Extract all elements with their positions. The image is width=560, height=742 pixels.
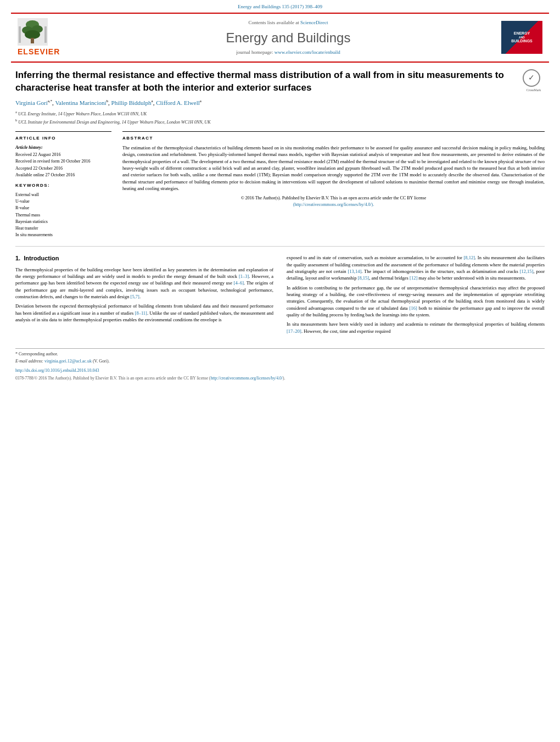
received-revised-date: Received in revised form 20 October 2016 <box>15 158 111 164</box>
body-right-col: exposed to and its state of conservation… <box>287 254 545 337</box>
history-label: Article history: <box>15 144 111 150</box>
article-content: Inferring the thermal resistance and eff… <box>0 63 560 343</box>
body-left-col: 1. Introduction The thermophysical prope… <box>15 254 273 337</box>
keyword-3: R-value <box>15 205 111 211</box>
svg-rect-6 <box>19 26 21 43</box>
affiliation-b: b UCL Institute for Environmental Design… <box>15 118 545 126</box>
accepted-date: Accepted 22 October 2016 <box>15 165 111 171</box>
doi-line: http://dx.doi.org/10.1016/j.enbuild.2016… <box>0 365 560 373</box>
footer-line: 0378-7788/© 2016 The Author(s). Publishe… <box>0 373 560 386</box>
svg-point-4 <box>25 30 40 39</box>
footnote-area: * Corresponding author. E-mail address: … <box>15 348 545 364</box>
svg-rect-5 <box>31 38 34 43</box>
body-section: 1. Introduction The thermophysical prope… <box>15 254 545 337</box>
svg-rect-7 <box>44 26 47 43</box>
intro-para-2: Deviation between the expected thermophy… <box>15 303 273 323</box>
available-online-date: Available online 27 October 2016 <box>15 172 111 178</box>
info-abstract-section: ARTICLE INFO Article history: Received 2… <box>15 131 545 239</box>
intro-para-5: In situ measurements have been widely us… <box>287 321 545 334</box>
author-valentina[interactable]: Valentina Marincioni <box>55 99 106 106</box>
contents-line: Contents lists available at ScienceDirec… <box>83 19 493 26</box>
cc-license-link[interactable]: (http://creativecommons.org/licenses/by/… <box>293 202 374 207</box>
keyword-1: External wall <box>15 192 111 198</box>
keyword-4: Thermal mass <box>15 212 111 218</box>
footnote-text: * Corresponding author. E-mail address: … <box>15 351 545 364</box>
elsevier-logo: ELSEVIER <box>18 18 83 58</box>
author-clifford[interactable]: Clifford A. Elwell <box>156 99 200 106</box>
intro-left-text: The thermophysical properties of the bui… <box>15 266 273 323</box>
journal-homepage-link[interactable]: www.elsevier.com/locate/enbuild <box>275 49 340 55</box>
elsevier-tree-icon <box>18 18 48 46</box>
affiliation-a: a UCL Energy Institute, 14 Upper Woburn … <box>15 109 545 118</box>
abstract-column: ABSTRACT The estimation of the thermophy… <box>122 131 545 239</box>
journal-header-center: Contents lists available at ScienceDirec… <box>83 19 493 56</box>
intro-section-number: 1. Introduction <box>15 254 273 263</box>
author-phillip[interactable]: Phillip Biddulph <box>111 99 152 106</box>
footnote-email: E-mail address: virginia.gori.12@ucl.ac.… <box>15 358 545 364</box>
journal-homepage: journal homepage: www.elsevier.com/locat… <box>83 49 493 56</box>
crossmark-icon: ✓ <box>523 69 540 87</box>
elsevier-wordmark: ELSEVIER <box>18 47 60 58</box>
doi-link[interactable]: http://dx.doi.org/10.1016/j.enbuild.2016… <box>15 368 99 373</box>
intro-para-1: The thermophysical properties of the bui… <box>15 266 273 300</box>
intro-para-3: exposed to and its state of conservation… <box>287 254 545 281</box>
footnote-email-link[interactable]: virginia.gori.12@ucl.ac.uk <box>44 359 92 364</box>
abstract-copyright: © 2016 The Author(s). Published by Elsev… <box>122 195 545 208</box>
abstract-box: ABSTRACT The estimation of the thermophy… <box>122 131 545 208</box>
crossmark-label: CrossMark <box>523 88 545 92</box>
intro-right-text: exposed to and its state of conservation… <box>287 254 545 334</box>
article-info-column: ARTICLE INFO Article history: Received 2… <box>15 131 111 239</box>
section-divider <box>15 246 545 247</box>
author-virginia[interactable]: Virginia Gori <box>15 99 48 106</box>
article-history: Article history: Received 22 August 2016… <box>15 144 111 178</box>
abstract-paragraph: The estimation of the thermophysical cha… <box>122 144 545 192</box>
article-info-box: ARTICLE INFO Article history: Received 2… <box>15 131 111 238</box>
crossmark-box: ✓ CrossMark <box>523 69 545 92</box>
keyword-2: U-value <box>15 198 111 204</box>
article-title-section: Inferring the thermal resistance and eff… <box>15 69 545 94</box>
journal-citation: Energy and Buildings 135 (2017) 398–409 <box>238 4 322 9</box>
journal-header-left: ELSEVIER <box>18 18 83 58</box>
journal-header: ELSEVIER Contents lists available at Sci… <box>11 13 549 63</box>
keyword-7: In situ measurements <box>15 232 111 238</box>
sciencedirect-link[interactable]: ScienceDirect <box>300 20 328 25</box>
abstract-text: The estimation of the thermophysical cha… <box>122 144 545 208</box>
keyword-6: Heat transfer <box>15 225 111 231</box>
received-date: Received 22 August 2016 <box>15 152 111 158</box>
abstract-header: ABSTRACT <box>122 135 545 141</box>
top-banner: Energy and Buildings 135 (2017) 398–409 <box>0 0 560 13</box>
journal-header-right: ENERGY AND BUILDINGS <box>493 21 542 54</box>
footnote-corresponding: * Corresponding author. <box>15 351 545 357</box>
keywords-label: Keywords: <box>15 182 111 188</box>
article-title: Inferring the thermal resistance and eff… <box>15 69 517 94</box>
keyword-5: Bayesian statistics <box>15 219 111 225</box>
intro-para-4: In addition to contributing to the perfo… <box>287 284 545 319</box>
footer-cc-link[interactable]: http://creativecommons.org/licenses/by/4… <box>210 376 283 381</box>
authors: Virginia Goria,*, Valentina Marincionib,… <box>15 99 545 107</box>
journal-title: Energy and Buildings <box>83 29 493 47</box>
page-wrapper: Energy and Buildings 135 (2017) 398–409 … <box>0 0 560 386</box>
keywords-section: Keywords: External wall U-value R-value … <box>15 182 111 238</box>
affiliations: a UCL Energy Institute, 14 Upper Woburn … <box>15 109 545 125</box>
eb-logo-box: ENERGY AND BUILDINGS <box>501 21 542 54</box>
article-info-header: ARTICLE INFO <box>15 135 111 141</box>
